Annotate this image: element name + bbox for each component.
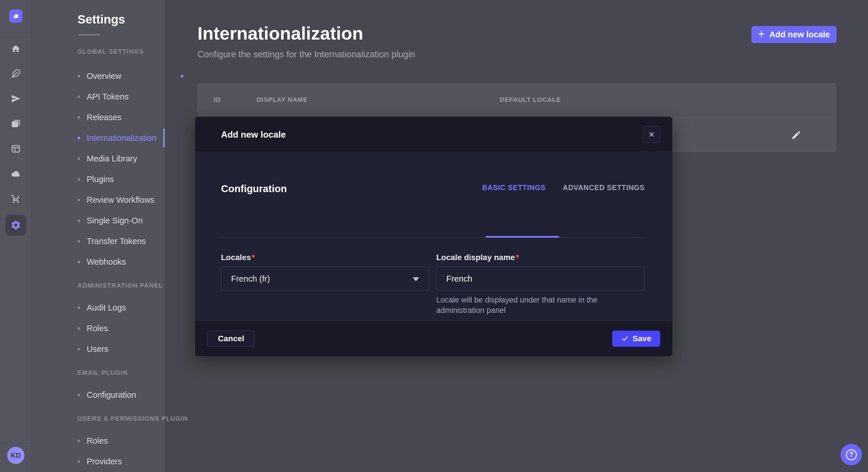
- section-administration-panel: ADMINISTRATION PANEL Audit Logs Roles Us…: [78, 281, 192, 359]
- content-manager-icon[interactable]: [0, 140, 32, 158]
- column-display-name: DISPLAY NAME: [257, 96, 308, 103]
- sidebar-item-api-tokens[interactable]: API Tokens: [78, 86, 192, 107]
- sidebar-item-media-library[interactable]: Media Library: [78, 148, 192, 169]
- deploy-cloud-icon[interactable]: [0, 165, 32, 182]
- modal-title: Add new locale: [221, 130, 286, 140]
- modal-header: Add new locale: [195, 117, 672, 152]
- section-users-permissions-plugin: USERS & PERMISSIONS PLUGIN Roles Provide…: [78, 414, 192, 472]
- display-name-input-wrap: [436, 267, 644, 291]
- bullet-icon: [78, 220, 80, 222]
- strapi-logo-icon[interactable]: [9, 9, 22, 23]
- sidebar-item-email-configuration[interactable]: Configuration: [78, 384, 192, 405]
- title-underline: [78, 34, 100, 35]
- sidebar-item-audit-logs[interactable]: Audit Logs: [78, 297, 192, 318]
- bullet-icon: [78, 460, 80, 463]
- sidebar-item-webhooks[interactable]: Webhooks: [78, 251, 192, 272]
- bullet-icon: [78, 116, 80, 119]
- plus-icon: +: [758, 28, 765, 40]
- section-label: USERS & PERMISSIONS PLUGIN: [78, 414, 192, 423]
- sidebar-item-up-roles[interactable]: Roles: [78, 430, 192, 451]
- column-default-locale: DEFAULT LOCALE: [500, 96, 561, 103]
- locales-select-value: French (fr): [231, 274, 270, 283]
- help-button[interactable]: ?: [840, 444, 862, 465]
- active-item-indicator: [163, 128, 165, 148]
- tab-basic-settings[interactable]: BASIC SETTINGS: [482, 183, 546, 192]
- display-name-input[interactable]: [446, 274, 634, 283]
- sidebar-item-overview[interactable]: Overview: [78, 66, 192, 86]
- content-type-builder-icon[interactable]: [0, 65, 32, 82]
- configuration-heading: Configuration: [221, 183, 287, 194]
- section-label: ADMINISTRATION PANEL: [78, 281, 192, 290]
- modal-footer: Cancel Save: [195, 321, 672, 356]
- required-asterisk: *: [252, 253, 255, 262]
- display-name-field: Locale display name* Locale will be disp…: [436, 253, 644, 315]
- settings-icon-active[interactable]: [5, 215, 26, 235]
- sidebar-item-releases[interactable]: Releases: [78, 107, 192, 128]
- check-icon: [621, 335, 629, 342]
- save-button[interactable]: Save: [612, 331, 660, 347]
- bullet-icon: [78, 75, 80, 77]
- bullet-icon: [78, 240, 80, 243]
- column-id: ID: [214, 96, 221, 103]
- sidebar-item-admin-roles[interactable]: Roles: [78, 318, 192, 339]
- sidebar-item-plugins[interactable]: Plugins: [78, 169, 192, 190]
- bullet-icon: [78, 327, 80, 330]
- cancel-button[interactable]: Cancel: [207, 331, 255, 347]
- sidebar-item-users[interactable]: Users: [78, 339, 192, 359]
- main-nav-rail: KD: [0, 0, 32, 472]
- close-icon: [648, 131, 655, 138]
- table-header-row: ID DISPLAY NAME DEFAULT LOCALE: [198, 83, 836, 118]
- edit-pencil-icon[interactable]: [791, 130, 801, 140]
- page-title: Internationalization: [197, 23, 363, 43]
- home-icon[interactable]: [0, 40, 32, 57]
- bullet-icon: [78, 348, 80, 350]
- bullet-icon: [78, 137, 80, 139]
- rail-divider: [0, 32, 32, 32]
- display-name-hint: Locale will be displayed under that name…: [436, 295, 644, 315]
- avatar-initials: KD: [11, 451, 21, 460]
- bullet-icon: [78, 440, 80, 442]
- modal-body: Configuration BASIC SETTINGS ADVANCED SE…: [195, 152, 672, 321]
- locales-label: Locales*: [221, 253, 429, 264]
- tab-advanced-settings[interactable]: ADVANCED SETTINGS: [563, 183, 645, 192]
- add-locale-modal: Add new locale Configuration BASIC SETTI…: [195, 117, 672, 356]
- chevron-down-icon: [413, 277, 419, 281]
- marketplace-cart-icon[interactable]: [0, 190, 32, 207]
- sidebar-title: Settings: [78, 12, 125, 26]
- bullet-icon: [78, 307, 80, 309]
- sidebar-item-internationalization[interactable]: Internationalization: [78, 128, 192, 148]
- bullet-icon: [78, 178, 80, 181]
- bullet-icon: [78, 199, 80, 201]
- notification-dot: [181, 75, 183, 77]
- locales-select[interactable]: French (fr): [221, 267, 429, 291]
- tabs-divider: [221, 237, 645, 238]
- section-label: EMAIL PLUGIN: [78, 369, 192, 377]
- sidebar-item-transfer-tokens[interactable]: Transfer Tokens: [78, 231, 192, 251]
- bullet-icon: [78, 96, 80, 98]
- sidebar-item-single-sign-on[interactable]: Single Sign-On: [78, 210, 192, 231]
- close-button[interactable]: [643, 126, 660, 143]
- locales-field: Locales* French (fr): [221, 253, 429, 291]
- bullet-icon: [78, 261, 80, 263]
- settings-sidebar: Settings GLOBAL SETTINGS Overview API To…: [32, 0, 165, 472]
- bullet-icon: [78, 394, 80, 396]
- strapi-admin-screen: KD Settings GLOBAL SETTINGS Overview API…: [0, 0, 868, 472]
- display-name-label: Locale display name*: [436, 253, 644, 264]
- page-subtitle: Configure the settings for the Internati…: [197, 49, 415, 60]
- bullet-icon: [78, 158, 80, 160]
- rail-bottom-divider: [0, 443, 32, 443]
- media-library-icon[interactable]: [0, 115, 32, 132]
- question-mark-icon: ?: [846, 449, 857, 460]
- section-label: GLOBAL SETTINGS: [78, 47, 192, 56]
- sidebar-item-review-workflows[interactable]: Review Workflows: [78, 190, 192, 210]
- active-tab-underline: [486, 236, 559, 238]
- section-global-settings: GLOBAL SETTINGS Overview API Tokens Rele…: [78, 47, 192, 272]
- sidebar-item-providers[interactable]: Providers: [78, 451, 192, 472]
- add-new-locale-button[interactable]: + Add new locale: [751, 26, 836, 43]
- settings-tabs: BASIC SETTINGS ADVANCED SETTINGS: [482, 183, 645, 192]
- releases-icon[interactable]: [0, 90, 32, 107]
- user-avatar[interactable]: KD: [7, 447, 24, 464]
- section-email-plugin: EMAIL PLUGIN Configuration: [78, 369, 192, 405]
- required-asterisk: *: [516, 253, 519, 262]
